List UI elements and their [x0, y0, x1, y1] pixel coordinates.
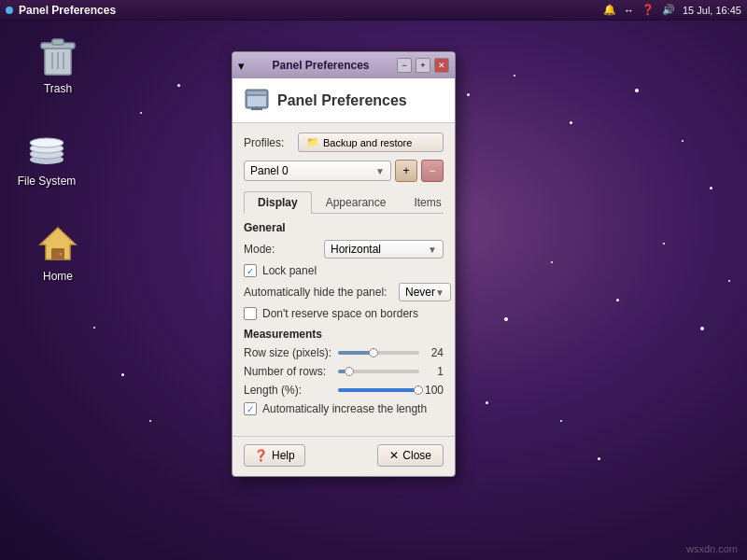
tab-display[interactable]: Display [244, 191, 312, 214]
svg-rect-14 [247, 91, 266, 94]
panel-dropdown-arrow: ▼ [375, 166, 385, 176]
help-btn-label: Help [272, 449, 295, 462]
dialog-close-button[interactable]: ✕ [434, 58, 449, 73]
mode-dropdown[interactable]: Horizontal ▼ [324, 240, 444, 259]
row-size-fill [338, 351, 371, 355]
svg-rect-17 [251, 108, 262, 110]
star [121, 373, 124, 376]
star [663, 243, 665, 245]
backup-icon: 📁 [306, 136, 319, 148]
star [700, 327, 704, 330]
tabs: Display Appearance Items [244, 191, 444, 214]
desktop-icon-trash[interactable]: Trash [21, 34, 95, 95]
filesystem-icon [24, 126, 69, 171]
autohide-value: Never [405, 286, 435, 299]
row-size-row: Row size (pixels): 24 [244, 346, 444, 359]
star [93, 327, 95, 329]
auto-length-checkbox[interactable]: ✓ [244, 402, 257, 415]
desktop-icon-home[interactable]: Home [21, 221, 95, 283]
watermark: wsxdn.com [686, 543, 738, 554]
star [504, 317, 508, 321]
svg-rect-2 [52, 39, 63, 45]
profiles-row: Profiles: 📁 Backup and restore [244, 133, 444, 152]
svg-rect-11 [51, 248, 64, 259]
lock-panel-checkbox[interactable]: ✓ [244, 264, 257, 277]
measurements-section: Measurements Row size (pixels): 24 Numbe… [244, 328, 444, 415]
star [560, 420, 562, 422]
arrows-icon: ↔ [624, 5, 634, 16]
length-label: Length (%): [244, 384, 332, 397]
star [570, 121, 572, 124]
no-reserve-label: Don't reserve space on borders [262, 307, 418, 320]
panel-remove-button[interactable]: − [421, 160, 444, 182]
length-row: Length (%): 100 [244, 384, 444, 397]
length-thumb[interactable] [414, 385, 423, 395]
desktop-icon-filesystem[interactable]: File System [9, 126, 84, 188]
notification-icon[interactable]: 🔔 [603, 4, 616, 16]
star [728, 280, 730, 282]
home-label: Home [43, 270, 73, 283]
help-button[interactable]: ❓ Help [244, 444, 305, 467]
auto-length-row: ✓ Automatically increase the length [244, 402, 444, 415]
general-title: General [244, 221, 444, 234]
num-rows-value: 1 [425, 365, 444, 378]
trash-icon [35, 34, 80, 78]
auto-length-label: Automatically increase the length [262, 402, 427, 415]
num-rows-thumb[interactable] [345, 367, 354, 376]
close-button[interactable]: ✕ Close [377, 444, 444, 467]
star [598, 457, 600, 460]
autohide-label: Automatically hide the panel: [244, 286, 393, 299]
general-section: General Mode: Horizontal ▼ ✓ Lock panel … [244, 221, 444, 320]
panel-add-button[interactable]: + [395, 160, 417, 182]
svg-point-12 [60, 253, 63, 256]
row-size-value: 24 [425, 346, 444, 359]
tab-items[interactable]: Items [400, 191, 455, 213]
num-rows-row: Number of rows: 1 [244, 365, 444, 378]
row-size-slider[interactable] [338, 351, 419, 355]
autohide-dropdown[interactable]: Never ▼ [399, 283, 451, 301]
tab-appearance[interactable]: Appearance [312, 191, 401, 213]
dialog-titlebar-icon: ▾ [238, 59, 245, 73]
dialog-minimize-button[interactable]: − [397, 58, 412, 73]
taskbar-indicator [6, 7, 13, 14]
backup-btn-label: Backup and restore [323, 137, 412, 148]
dialog-footer: ❓ Help ✕ Close [233, 436, 455, 476]
no-reserve-row: Don't reserve space on borders [244, 307, 444, 320]
length-slider[interactable] [338, 388, 419, 392]
mode-row: Mode: Horizontal ▼ [244, 240, 444, 259]
svg-rect-15 [247, 96, 266, 106]
svg-point-9 [30, 138, 63, 147]
minus-icon: − [429, 164, 435, 177]
star [140, 112, 142, 114]
lock-panel-row: ✓ Lock panel [244, 264, 444, 277]
num-rows-slider[interactable] [338, 370, 419, 373]
dialog-header: Panel Preferences [233, 78, 455, 123]
star [682, 140, 684, 142]
panel-dropdown-value: Panel 0 [250, 164, 289, 177]
row-size-label: Row size (pixels): [244, 346, 332, 359]
dialog-controls: − + ✕ [397, 58, 449, 73]
taskbar-time: 15 Jul, 16:45 [683, 5, 741, 16]
profiles-label: Profiles: [244, 136, 290, 149]
star [616, 299, 619, 301]
help-icon: ❓ [641, 4, 655, 16]
autohide-arrow: ▼ [435, 287, 444, 298]
autohide-row: Automatically hide the panel: Never ▼ [244, 283, 444, 301]
dialog-title: Panel Preferences [250, 59, 391, 72]
tab-appearance-label: Appearance [326, 196, 387, 209]
panel-select-row: Panel 0 ▼ + − [244, 160, 444, 182]
num-rows-label: Number of rows: [244, 365, 332, 378]
trash-label: Trash [44, 82, 72, 95]
close-btn-label: Close [402, 449, 431, 462]
mode-dropdown-arrow: ▼ [428, 245, 437, 255]
taskbar-left: Panel Preferences [6, 4, 116, 17]
length-value: 100 [425, 384, 444, 397]
panel-dropdown[interactable]: Panel 0 ▼ [244, 161, 391, 181]
backup-restore-button[interactable]: 📁 Backup and restore [298, 133, 444, 152]
dialog-maximize-button[interactable]: + [416, 58, 430, 73]
taskbar-appname: Panel Preferences [19, 4, 116, 17]
no-reserve-checkbox[interactable] [244, 307, 257, 320]
taskbar-right: 🔔 ↔ ❓ 🔊 15 Jul, 16:45 [603, 4, 741, 16]
row-size-thumb[interactable] [369, 348, 378, 357]
help-circle-icon: ❓ [254, 449, 268, 462]
